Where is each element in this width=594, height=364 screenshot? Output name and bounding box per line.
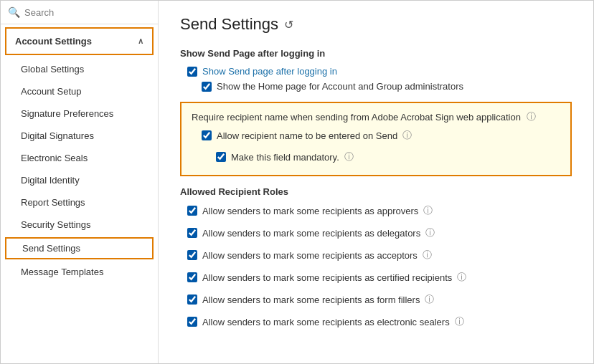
form-fillers-row: Allow senders to mark some recipients as… [187,293,572,306]
search-icon: 🔍 [8,6,20,18]
account-settings-label: Account Settings [15,36,92,47]
require-recipient-inner: Allow recipient name to be entered on Se… [194,129,412,168]
page-title-area: Send Settings ↺ [180,15,572,34]
sidebar-item-send-settings[interactable]: Send Settings [5,237,154,259]
electronic-sealers-row: Allow senders to mark some recipients as… [187,315,572,328]
show-send-page-title: Show Send Page after logging in [180,48,572,59]
delegators-label: Allow senders to mark some recipients as… [202,228,420,239]
sidebar-item-security-settings[interactable]: Security Settings [1,214,158,236]
delegators-row: Allow senders to mark some recipients as… [187,226,572,239]
certified-recipients-label: Allow senders to mark some recipients as… [202,272,452,283]
electronic-sealers-checkbox[interactable] [187,317,197,327]
acceptors-row: Allow senders to mark some recipients as… [187,249,572,262]
search-box: 🔍 [1,1,158,24]
allowed-roles-title: Allowed Recipient Roles [180,186,572,197]
main-content: Send Settings ↺ Show Send Page after log… [159,1,593,363]
approvers-checkbox[interactable] [187,206,197,216]
electronic-sealers-label: Allow senders to mark some recipients as… [202,317,450,327]
approvers-help-icon[interactable]: ⓘ [423,204,433,217]
approvers-row: Allow senders to mark some recipients as… [187,204,572,217]
delegators-checkbox[interactable] [187,228,197,238]
require-recipient-header: Require recipient name when sending from… [192,110,560,123]
make-mandatory-label: Make this field mandatory. [231,152,339,163]
refresh-icon[interactable]: ↺ [284,18,293,32]
sidebar-item-account-settings[interactable]: Account Settings ∧ [5,27,154,55]
show-send-page-label: Show Send page after logging in [202,66,337,77]
certified-recipients-help-icon[interactable]: ⓘ [457,271,466,284]
electronic-sealers-help-icon[interactable]: ⓘ [455,315,464,328]
require-recipient-box: Require recipient name when sending from… [180,102,572,176]
require-recipient-help-icon[interactable]: ⓘ [527,110,536,123]
show-send-page-row: Show Send page after logging in [187,66,572,77]
show-send-page-checkbox[interactable] [187,67,197,77]
sidebar-item-report-settings[interactable]: Report Settings [1,191,158,214]
show-home-page-label: Show the Home page for Account and Group… [217,81,463,92]
sidebar-item-digital-signatures[interactable]: Digital Signatures [1,125,158,147]
make-mandatory-help-icon[interactable]: ⓘ [344,150,354,163]
allow-recipient-name-help-icon[interactable]: ⓘ [402,129,412,142]
sidebar-item-signature-preferences[interactable]: Signature Preferences [1,102,158,125]
certified-recipients-checkbox[interactable] [187,272,197,282]
form-fillers-help-icon[interactable]: ⓘ [425,293,434,306]
allowed-roles-list: Allow senders to mark some recipients as… [180,204,572,332]
allow-recipient-name-row: Allow recipient name to be entered on Se… [202,129,412,142]
sidebar-item-global-settings[interactable]: Global Settings [1,58,158,80]
make-mandatory-row: Make this field mandatory. ⓘ [216,150,412,163]
approvers-label: Allow senders to mark some recipients as… [202,206,418,216]
form-fillers-label: Allow senders to mark some recipients as… [202,294,420,305]
sidebar: 🔍 Account Settings ∧ Global Settings Acc… [1,1,159,363]
sidebar-item-message-templates[interactable]: Message Templates [1,261,158,283]
chevron-up-icon: ∧ [138,37,143,46]
page-title: Send Settings [180,15,278,34]
allowed-roles-section: Allowed Recipient Roles Allow senders to… [180,186,572,332]
show-home-page-row: Show the Home page for Account and Group… [202,81,572,92]
show-home-page-checkbox[interactable] [202,82,212,92]
show-send-page-section: Show Send Page after logging in Show Sen… [180,48,572,92]
search-input[interactable] [24,7,151,18]
sidebar-item-account-setup[interactable]: Account Setup [1,80,158,102]
sidebar-item-digital-identity[interactable]: Digital Identity [1,169,158,191]
sidebar-item-electronic-seals[interactable]: Electronic Seals [1,147,158,169]
require-recipient-label: Require recipient name when sending from… [192,112,521,123]
acceptors-label: Allow senders to mark some recipients as… [202,250,418,261]
nav-section: Account Settings ∧ Global Settings Accou… [1,24,158,283]
form-fillers-checkbox[interactable] [187,294,197,305]
allow-recipient-name-label: Allow recipient name to be entered on Se… [217,130,397,141]
acceptors-checkbox[interactable] [187,250,197,260]
delegators-help-icon[interactable]: ⓘ [425,226,435,239]
acceptors-help-icon[interactable]: ⓘ [423,249,432,262]
make-mandatory-checkbox[interactable] [216,152,226,162]
certified-recipients-row: Allow senders to mark some recipients as… [187,271,572,284]
allow-recipient-name-checkbox[interactable] [202,130,212,140]
